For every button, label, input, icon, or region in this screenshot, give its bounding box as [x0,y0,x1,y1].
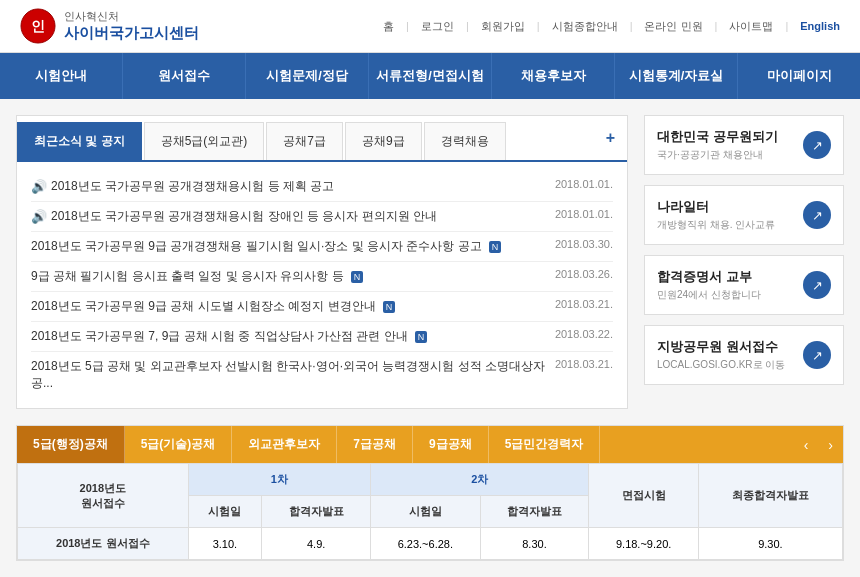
right-panel: 대한민국 공무원되기 국가·공공기관 채용안내 ↗ 나라일터 개방형직위 채용.… [644,115,844,409]
nav-item-mypage[interactable]: 마이페이지 [738,53,860,99]
right-card-3[interactable]: 지방공무원 원서접수 LOCAL.GOSI.GO.KR로 이동 ↗ [644,325,844,385]
schedule-announce2-date: 8.30. [480,528,589,560]
external-link-icon-3: ↗ [803,341,831,369]
schedule-sub-exam2: 시험일 [371,496,480,528]
right-card-2[interactable]: 합격증명서 교부 민원24에서 신청합니다 ↗ [644,255,844,315]
bottom-tab-nav: ‹ › [794,429,843,461]
schedule-header-final: 최종합격자발표 [698,464,842,528]
bottom-section: 5급(행정)공채 5급(기술)공채 외교관후보자 7급공채 9급공채 5급민간경… [16,425,844,561]
news-title-3: 9급 공채 필기시험 응시표 출력 일정 및 응시자 유의사항 등 N [31,268,547,285]
news-list: 🔊 2018년도 국가공무원 공개경쟁채용시험 등 제획 공고 2018.01.… [17,162,627,408]
tab-career[interactable]: 경력채용 [424,122,506,160]
logo-bottom: 사이버국가고시센터 [64,24,199,43]
right-card-0[interactable]: 대한민국 공무원되기 국가·공공기관 채용안내 ↗ [644,115,844,175]
speaker-icon-1: 🔊 [31,209,47,224]
schedule-group-2nd: 2차 [371,464,589,496]
logo-top: 인사혁신처 [64,9,199,24]
schedule-group-1st: 1차 [188,464,371,496]
header: 인 인사혁신처 사이버국가고시센터 홈 | 로그인 | 회원가입 | 시험종합안… [0,0,860,53]
schedule-interview-date: 9.18.~9.20. [589,528,698,560]
header-link-login[interactable]: 로그인 [421,19,454,34]
schedule-table: 2018년도원서접수 1차 2차 면접시험 최종합격자발표 시험일 합격자발표 … [17,463,843,560]
badge-new-3: N [351,271,364,283]
header-link-home[interactable]: 홈 [383,19,394,34]
news-title-4: 2018년도 국가공무원 9급 공채 시도별 시험장소 예정지 변경안내 N [31,298,547,315]
news-item-3[interactable]: 9급 공채 필기시험 응시표 출력 일정 및 응시자 유의사항 등 N 2018… [31,262,613,292]
news-item-6[interactable]: 2018년도 5급 공채 및 외교관후보자 선발시험 한국사·영어·외국어 능력… [31,352,613,398]
tab-plus-button[interactable]: + [594,123,627,153]
header-link-english[interactable]: English [800,20,840,32]
right-card-1[interactable]: 나라일터 개방형직위 채용. 인사교류 ↗ [644,185,844,245]
schedule-sub-announce2: 합격자발표 [480,496,589,528]
news-title-0: 🔊 2018년도 국가공무원 공개경쟁채용시험 등 제획 공고 [31,178,547,195]
news-title-1: 🔊 2018년도 국가공무원 공개경쟁채용시험 장애인 등 응시자 편의지원 안… [31,208,547,225]
tab-recent[interactable]: 최근소식 및 공지 [17,122,142,160]
bottom-tabs: 5급(행정)공채 5급(기술)공채 외교관후보자 7급공채 9급공채 5급민간경… [17,426,843,463]
next-button[interactable]: › [818,429,843,461]
news-title-5: 2018년도 국가공무원 7, 9급 공채 시험 중 직업상담사 가산점 관련 … [31,328,547,345]
speaker-icon-0: 🔊 [31,179,47,194]
news-item-2[interactable]: 2018년도 국가공무원 9급 공개경쟁채용 필기시험 일시·장소 및 응시자 … [31,232,613,262]
external-link-icon-0: ↗ [803,131,831,159]
tab-bar: 최근소식 및 공지 공채5급(외교관) 공채7급 공채9급 경력채용 + [17,116,627,162]
nav-item-questions[interactable]: 시험문제/정답 [246,53,369,99]
tab-grade5-diplomat[interactable]: 공채5급(외교관) [144,122,265,160]
schedule-sub-exam1: 시험일 [188,496,262,528]
badge-new-4: N [383,301,396,313]
bottom-tab-4[interactable]: 9급공채 [413,426,489,463]
logo-icon: 인 [20,8,56,44]
nav-item-apply[interactable]: 원서접수 [123,53,246,99]
bottom-tab-3[interactable]: 7급공채 [337,426,413,463]
logo-text: 인사혁신처 사이버국가고시센터 [64,9,199,43]
header-link-exam[interactable]: 시험종합안내 [552,19,618,34]
header-links: 홈 | 로그인 | 회원가입 | 시험종합안내 | 온라인 민원 | 사이트맵 … [383,19,840,34]
badge-new-2: N [489,241,502,253]
bottom-tab-0[interactable]: 5급(행정)공채 [17,426,125,463]
badge-new-5: N [415,331,428,343]
news-item-4[interactable]: 2018년도 국가공무원 9급 공채 시도별 시험장소 예정지 변경안내 N 2… [31,292,613,322]
logo-area: 인 인사혁신처 사이버국가고시센터 [20,8,199,44]
schedule-exam1-date: 3.10. [188,528,262,560]
main-nav: 시험안내 원서접수 시험문제/정답 서류전형/면접시험 채용후보자 시험통계/자… [0,53,860,99]
schedule-announce1-date: 4.9. [262,528,371,560]
svg-text:인: 인 [31,18,45,34]
bottom-tab-2[interactable]: 외교관후보자 [232,426,337,463]
news-title-2: 2018년도 국가공무원 9급 공개경쟁채용 필기시험 일시·장소 및 응시자 … [31,238,547,255]
tab-grade9[interactable]: 공채9급 [345,122,422,160]
schedule-final-date: 9.30. [698,528,842,560]
nav-item-candidates[interactable]: 채용후보자 [492,53,615,99]
news-title-6: 2018년도 5급 공채 및 외교관후보자 선발시험 한국사·영어·외국어 능력… [31,358,547,392]
schedule-apply-period: 2018년도 원서접수 [18,528,189,560]
prev-button[interactable]: ‹ [794,429,819,461]
news-item-0[interactable]: 🔊 2018년도 국가공무원 공개경쟁채용시험 등 제획 공고 2018.01.… [31,172,613,202]
nav-item-interview[interactable]: 서류전형/면접시험 [369,53,492,99]
header-link-civil[interactable]: 온라인 민원 [644,19,702,34]
nav-item-stats[interactable]: 시험통계/자료실 [615,53,738,99]
external-link-icon-1: ↗ [803,201,831,229]
bottom-tab-1[interactable]: 5급(기술)공채 [125,426,233,463]
external-link-icon-2: ↗ [803,271,831,299]
nav-item-exam-info[interactable]: 시험안내 [0,53,123,99]
content-area: 최근소식 및 공지 공채5급(외교관) 공채7급 공채9급 경력채용 + 🔊 2… [0,99,860,425]
tab-grade7[interactable]: 공채7급 [266,122,343,160]
news-item-1[interactable]: 🔊 2018년도 국가공무원 공개경쟁채용시험 장애인 등 응시자 편의지원 안… [31,202,613,232]
bottom-tab-5[interactable]: 5급민간경력자 [489,426,601,463]
header-link-join[interactable]: 회원가입 [481,19,525,34]
left-panel: 최근소식 및 공지 공채5급(외교관) 공채7급 공채9급 경력채용 + 🔊 2… [16,115,628,409]
schedule-sub-announce1: 합격자발표 [262,496,371,528]
schedule-exam2-date: 6.23.~6.28. [371,528,480,560]
schedule-header-interview: 면접시험 [589,464,698,528]
header-link-sitemap[interactable]: 사이트맵 [729,19,773,34]
schedule-header-year: 2018년도원서접수 [18,464,189,528]
news-item-5[interactable]: 2018년도 국가공무원 7, 9급 공채 시험 중 직업상담사 가산점 관련 … [31,322,613,352]
